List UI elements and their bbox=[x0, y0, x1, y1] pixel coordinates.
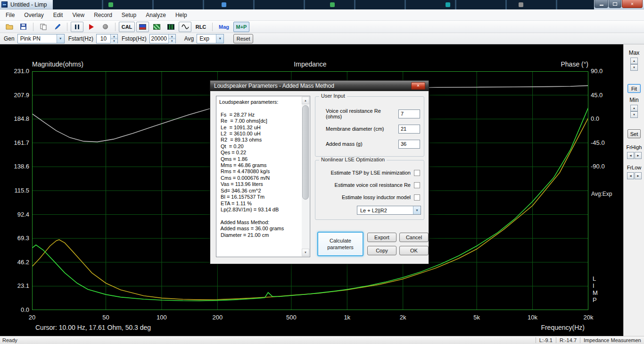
min-down-button[interactable]: ▼ bbox=[630, 111, 638, 118]
floppy-icon bbox=[20, 24, 26, 30]
menu-setup[interactable]: Setup bbox=[117, 10, 141, 20]
save-button[interactable] bbox=[17, 22, 30, 32]
menu-record[interactable]: Record bbox=[89, 10, 117, 20]
xtick-label: 50 bbox=[102, 314, 109, 321]
results-scrollbar[interactable]: ▲ ▼ bbox=[302, 97, 309, 256]
limp-vertical-label: L I M P bbox=[593, 275, 598, 303]
max-label: Max bbox=[624, 50, 644, 56]
reset-button[interactable]: Reset bbox=[233, 34, 253, 43]
diameter-row: Membrane diameter (cm) bbox=[315, 124, 424, 134]
frhigh-left-button[interactable]: ◄ bbox=[627, 152, 634, 159]
menu-edit[interactable]: Edit bbox=[49, 10, 68, 20]
maximize-button[interactable] bbox=[609, 0, 621, 8]
maximize-icon bbox=[613, 2, 617, 6]
parameters-results-text: Loudspeaker parameters: Fs = 28.27 Hz Re… bbox=[219, 99, 301, 255]
calculate-parameters-button[interactable]: Calculate parameters bbox=[317, 232, 363, 256]
window-titlebar: Untitled - Limp × bbox=[0, 0, 644, 9]
dialog-close-button[interactable]: × bbox=[411, 82, 425, 90]
copy-button[interactable]: Copy bbox=[367, 246, 396, 255]
added-mass-input[interactable] bbox=[398, 140, 420, 149]
generator-type-select[interactable]: Pink PN ▼ bbox=[17, 34, 65, 43]
ytick-label: 138.6 bbox=[0, 163, 29, 170]
estimate-tsp-checkbox[interactable] bbox=[414, 170, 420, 176]
xtick-label: 10k bbox=[528, 314, 537, 321]
edit-button[interactable] bbox=[51, 22, 64, 32]
toolbar-separator bbox=[67, 23, 67, 31]
frlow-right-button[interactable]: ► bbox=[635, 172, 642, 179]
menu-analyze[interactable]: Analyze bbox=[141, 10, 171, 20]
generator-setup-button[interactable] bbox=[136, 22, 149, 32]
re-row: Voice coil resistance Re (ohms) bbox=[315, 109, 424, 118]
min-label: Min bbox=[624, 97, 644, 103]
frlow-label: FrLow bbox=[624, 165, 644, 170]
calibrate-button[interactable]: CAL bbox=[119, 22, 135, 32]
x-axis-title: Frequency(Hz) bbox=[541, 324, 585, 331]
menu-view[interactable]: View bbox=[67, 10, 89, 20]
menu-file[interactable]: File bbox=[1, 10, 19, 20]
fstart-spinner[interactable]: 10 ▲▼ bbox=[96, 34, 118, 43]
waveform-button[interactable] bbox=[179, 22, 191, 32]
background-accent bbox=[330, 2, 335, 7]
set-button[interactable]: Set bbox=[627, 129, 641, 138]
scrollbar-thumb[interactable] bbox=[302, 105, 309, 200]
copy-button[interactable] bbox=[37, 22, 50, 32]
xtick-label: 20k bbox=[584, 314, 594, 321]
pause-icon bbox=[75, 25, 79, 29]
play-button[interactable] bbox=[85, 22, 98, 32]
ytick-label: 92.4 bbox=[0, 211, 29, 218]
xtick-label: 20 bbox=[29, 314, 35, 321]
rlc-label: RLC bbox=[196, 24, 206, 30]
spin-down-icon: ▼ bbox=[168, 39, 175, 43]
pause-button[interactable] bbox=[71, 22, 83, 32]
signal-view-button[interactable] bbox=[165, 22, 177, 32]
spectrum-button[interactable] bbox=[150, 22, 163, 32]
frlow-arrows: ◄ ► bbox=[627, 172, 642, 179]
limp-letter: I bbox=[593, 282, 598, 289]
cancel-button[interactable]: Cancel bbox=[399, 233, 429, 242]
added-mass-field-label: Added mass (g) bbox=[326, 141, 398, 147]
export-button[interactable]: Export bbox=[367, 233, 396, 242]
xtick-label: 200 bbox=[212, 314, 223, 321]
re-input[interactable] bbox=[398, 109, 420, 118]
window-title: Untitled - Limp bbox=[10, 1, 47, 8]
frhigh-right-button[interactable]: ► bbox=[635, 152, 642, 159]
diameter-input[interactable] bbox=[398, 125, 420, 134]
averaging-select[interactable]: Exp ▼ bbox=[197, 34, 224, 43]
ptick-label: 0.0 bbox=[591, 115, 599, 122]
ytick-label: 115.5 bbox=[0, 187, 29, 194]
fstop-spinner[interactable]: 20000 ▲▼ bbox=[149, 34, 176, 43]
close-button[interactable]: × bbox=[622, 0, 643, 8]
ytick-label: 46.2 bbox=[0, 259, 29, 266]
left-channel-level: L:-9.1 bbox=[539, 337, 553, 343]
menu-help[interactable]: Help bbox=[171, 10, 192, 20]
ytick-label: 231.0 bbox=[0, 67, 29, 75]
open-button[interactable] bbox=[3, 22, 16, 32]
ytick-label: 161.7 bbox=[0, 139, 29, 146]
magnitude-mode-button[interactable]: Mag bbox=[216, 22, 232, 32]
ytick-label: 23.1 bbox=[0, 282, 29, 289]
frlow-left-button[interactable]: ◄ bbox=[627, 172, 634, 179]
background-accent bbox=[108, 2, 113, 7]
estimate-re-checkbox[interactable] bbox=[414, 182, 420, 188]
fstop-value: 20000 bbox=[150, 35, 168, 42]
estimate-inductor-checkbox[interactable] bbox=[414, 194, 420, 201]
loudspeaker-parameters-dialog: Loudspeaker Parameters - Added Mass Meth… bbox=[210, 80, 429, 264]
dialog-titlebar[interactable]: Loudspeaker Parameters - Added Mass Meth… bbox=[210, 81, 429, 91]
inductor-model-select[interactable]: Le + L2||R2 ▼ bbox=[357, 206, 421, 215]
ok-button[interactable]: OK bbox=[399, 246, 429, 255]
max-up-button[interactable]: ▲ bbox=[630, 58, 638, 64]
estimate-tsp-row: Estimate TSP by LSE minimization bbox=[315, 169, 424, 176]
magnitude-phase-mode-button[interactable]: M+P bbox=[233, 22, 249, 32]
rlc-button[interactable]: RLC bbox=[193, 22, 209, 32]
menu-overlay[interactable]: Overlay bbox=[19, 10, 48, 20]
fstop-spin-arrows[interactable]: ▲▼ bbox=[168, 34, 175, 43]
scroll-down-icon[interactable]: ▼ bbox=[302, 249, 309, 256]
scroll-up-icon[interactable]: ▲ bbox=[302, 97, 309, 104]
record-button[interactable] bbox=[99, 22, 112, 32]
min-up-button[interactable]: ▲ bbox=[630, 105, 638, 111]
menu-bar: File Overlay Edit View Record Setup Anal… bbox=[0, 9, 644, 21]
minimize-button[interactable] bbox=[594, 0, 608, 8]
fstart-spin-arrows[interactable]: ▲▼ bbox=[110, 34, 117, 43]
max-down-button[interactable]: ▼ bbox=[630, 64, 638, 71]
fit-button[interactable]: Fit bbox=[627, 84, 641, 93]
